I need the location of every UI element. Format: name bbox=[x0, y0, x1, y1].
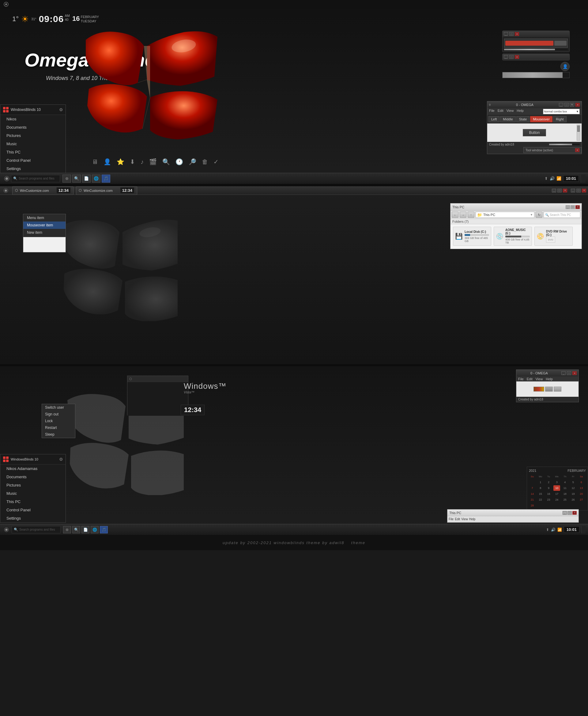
bot-menu-edit[interactable]: Edit bbox=[527, 377, 532, 381]
context-menu-item-1[interactable]: Menu item bbox=[23, 214, 65, 222]
scrollbar[interactable] bbox=[577, 125, 580, 141]
menu-item-music[interactable]: Music bbox=[0, 140, 65, 148]
maximize-btn-2[interactable]: □ bbox=[509, 55, 513, 59]
tab-mouseover[interactable]: Mouseover bbox=[530, 116, 552, 122]
popup-restart[interactable]: Restart bbox=[42, 424, 75, 431]
day-19[interactable]: 19 bbox=[570, 491, 577, 497]
minimize-btn-1[interactable]: _ bbox=[504, 32, 508, 36]
bot-exp-close[interactable]: ✕ bbox=[572, 511, 577, 515]
close-btn-2[interactable]: ✕ bbox=[515, 55, 519, 59]
tool-close-btn[interactable]: ✕ bbox=[575, 148, 580, 152]
menu-view[interactable]: View bbox=[506, 109, 514, 114]
taskbar-item-2[interactable]: 🔍 bbox=[72, 175, 81, 183]
day-22[interactable]: 22 bbox=[537, 497, 544, 503]
disk-e[interactable]: 💿 AONE_MUSIC (E:) 408 GB free of 4,65 TB bbox=[494, 227, 532, 246]
day-14[interactable]: 14 bbox=[529, 491, 536, 497]
day-25[interactable]: 25 bbox=[562, 497, 568, 503]
bot-menu-file[interactable]: File bbox=[518, 377, 524, 381]
icon-film[interactable]: 🎬 bbox=[149, 158, 157, 165]
day-8[interactable]: 8 bbox=[537, 485, 544, 491]
icon-user[interactable]: 👤 bbox=[104, 158, 111, 165]
menu-item-pictures[interactable]: Pictures bbox=[0, 131, 65, 140]
bot-exp-view[interactable]: View bbox=[461, 517, 468, 521]
icon-star[interactable]: ⭐ bbox=[117, 158, 124, 165]
mid-win-btn-1[interactable]: _ bbox=[552, 189, 556, 192]
omega-max-btn[interactable]: □ bbox=[564, 103, 569, 107]
day-11[interactable]: 11 bbox=[562, 485, 568, 491]
day-15[interactable]: 15 bbox=[537, 491, 544, 497]
day-5[interactable]: 5 bbox=[570, 479, 577, 485]
taskbar-item-4[interactable]: 🌐 bbox=[92, 175, 101, 183]
omega-min-btn[interactable]: _ bbox=[559, 103, 563, 107]
omega-bot-max[interactable]: □ bbox=[567, 371, 571, 375]
menu-item-controlpanel[interactable]: Control Panel bbox=[0, 156, 65, 165]
context-menu-item-3[interactable]: New item bbox=[23, 229, 65, 236]
menu-item-settings[interactable]: Settings bbox=[0, 165, 65, 173]
context-menu-item-2[interactable]: Mouseover item bbox=[23, 222, 65, 229]
day-20[interactable]: 20 bbox=[578, 491, 585, 497]
bot-search-box[interactable]: 🔍 Search programs and files bbox=[12, 526, 61, 533]
omega-button[interactable]: Button bbox=[523, 129, 546, 136]
icon-monitor[interactable]: 🖥 bbox=[92, 158, 98, 165]
mid-taskbar-item-2[interactable]: ⬡ WinCustomize.com 12:34 bbox=[76, 186, 137, 195]
omega-bot-min[interactable]: _ bbox=[561, 371, 566, 375]
bot-menu-help[interactable]: Help bbox=[546, 377, 553, 381]
bot-taskbar-item-active[interactable]: 🎵 bbox=[100, 526, 108, 533]
day-12[interactable]: 12 bbox=[570, 485, 577, 491]
disk-c[interactable]: 💾 Local Disk (C:) 369 GB free of 465 GB bbox=[453, 227, 491, 246]
icon-trash[interactable]: 🗑 bbox=[202, 158, 208, 165]
menu-item-documents[interactable]: Documents bbox=[0, 123, 65, 131]
mid-win-btn-6[interactable]: ✕ bbox=[582, 189, 586, 192]
day-6[interactable]: 6 bbox=[578, 479, 585, 485]
bot-taskbar-item-3[interactable]: 📄 bbox=[82, 526, 89, 533]
bot-menu-view[interactable]: View bbox=[536, 377, 543, 381]
menu-file[interactable]: File bbox=[489, 109, 495, 114]
start-menu-settings-icon[interactable]: ⚙ bbox=[59, 107, 63, 112]
bot-taskbar-item-1[interactable]: ⊕ bbox=[63, 526, 71, 533]
mid-taskbar-item-1[interactable]: ⬡ WinCustomize.com 12:34 bbox=[12, 186, 74, 195]
start-button[interactable] bbox=[2, 175, 11, 183]
day-27[interactable]: 27 bbox=[578, 497, 585, 503]
minimize-btn-2[interactable]: _ bbox=[504, 55, 508, 59]
nav-forward-btn[interactable]: → bbox=[460, 212, 466, 218]
day-24[interactable]: 24 bbox=[553, 497, 560, 503]
combo-box[interactable]: Normal combo box ▼ bbox=[543, 109, 580, 114]
mid-win-btn-2[interactable]: □ bbox=[558, 189, 562, 192]
bot-menu-item-pictures[interactable]: Pictures bbox=[0, 481, 65, 489]
taskbar-item-3[interactable]: 📄 bbox=[82, 175, 91, 183]
bot-menu-item-music[interactable]: Music bbox=[0, 489, 65, 497]
icon-download[interactable]: ⬇ bbox=[130, 158, 135, 165]
disk-g[interactable]: 📀 DVD RW Drive (G:) DVD bbox=[534, 227, 573, 246]
day-10[interactable]: 10 bbox=[553, 485, 560, 491]
day-16[interactable]: 16 bbox=[545, 491, 552, 497]
mid-win-btn-4[interactable]: _ bbox=[571, 189, 575, 192]
explorer-min-btn[interactable]: _ bbox=[566, 205, 570, 209]
omega-restore-btn[interactable]: ⧉ bbox=[570, 103, 574, 107]
bot-start-button[interactable] bbox=[2, 526, 10, 533]
menu-edit[interactable]: Edit bbox=[498, 109, 503, 114]
menu-item-nikos[interactable]: Nikos bbox=[0, 115, 65, 123]
day-26[interactable]: 26 bbox=[570, 497, 577, 503]
bot-exp-min[interactable]: _ bbox=[563, 511, 567, 515]
day-1[interactable]: 1 bbox=[537, 479, 544, 485]
tab-right[interactable]: Right bbox=[553, 116, 567, 122]
tab-left[interactable]: Left bbox=[488, 116, 500, 122]
bot-menu-item-controlpanel[interactable]: Control Panel bbox=[0, 506, 65, 514]
mid-win-btn-3[interactable]: ✕ bbox=[563, 189, 567, 192]
bot-exp-max[interactable]: □ bbox=[567, 511, 572, 515]
menu-help[interactable]: Help bbox=[517, 109, 524, 114]
bot-menu-item-documents[interactable]: Documents bbox=[0, 473, 65, 481]
menu-item-thispc[interactable]: This PC bbox=[0, 148, 65, 156]
day-4[interactable]: 4 bbox=[562, 479, 568, 485]
icon-search1[interactable]: 🔍 bbox=[162, 158, 170, 165]
day-28[interactable]: 28 bbox=[529, 503, 536, 508]
taskbar-item-1[interactable]: ⊕ bbox=[62, 175, 71, 183]
day-7[interactable]: 7 bbox=[529, 485, 536, 491]
address-bar[interactable]: 📁 This PC ▼ bbox=[476, 212, 534, 218]
omega-close-btn[interactable]: ✕ bbox=[575, 103, 580, 107]
show-desktop-btn[interactable] bbox=[581, 175, 586, 183]
close-btn-1[interactable]: ✕ bbox=[515, 32, 519, 36]
nav-back-btn[interactable]: ← bbox=[452, 212, 459, 218]
day-18[interactable]: 18 bbox=[562, 491, 568, 497]
icon-search2[interactable]: 🔎 bbox=[189, 158, 196, 165]
